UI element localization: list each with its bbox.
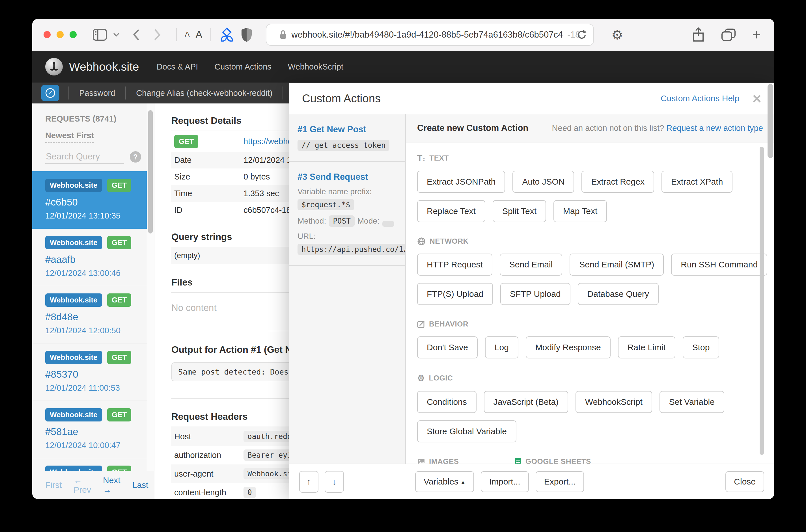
sidebar-toggle-icon[interactable] (92, 28, 107, 41)
change-alias-button[interactable]: Change Alias (check-webhook-reddit) (126, 89, 282, 98)
action-conditions[interactable]: Conditions (417, 391, 476, 413)
action-rate-limit[interactable]: Rate Limit (618, 336, 675, 358)
site-navbar: Webhook.site Docs & API Custom Actions W… (32, 51, 774, 82)
new-tab-icon[interactable]: + (752, 29, 761, 40)
minimize-window-button[interactable] (57, 31, 64, 38)
action-javascript-beta[interactable]: JavaScript (Beta) (484, 391, 568, 413)
close-icon[interactable]: × (752, 93, 761, 104)
request-list-item[interactable]: Webhook.site GET #581ae 12/01/2024 10:00… (32, 401, 154, 458)
chevron-down-icon[interactable] (113, 33, 119, 37)
action-split-text[interactable]: Split Text (493, 200, 546, 222)
nav-link-custom-actions[interactable]: Custom Actions (214, 62, 271, 72)
nav-link-docs-api[interactable]: Docs & API (157, 62, 198, 72)
tab-overview-icon[interactable] (721, 28, 736, 41)
request-list-item[interactable]: Webhook.site GET #c6b50 12/01/2024 13:10… (32, 171, 154, 229)
action-send-email-smtp[interactable]: Send Email (SMTP) (569, 253, 664, 276)
request-list-item[interactable]: Webhook.site GET #aaafb 12/01/2024 13:00… (32, 229, 154, 286)
action-dont-save[interactable]: Don't Save (417, 336, 478, 358)
action-title[interactable]: #3 Send Request (298, 172, 397, 182)
back-icon[interactable] (133, 28, 140, 41)
pagination-next[interactable]: Next → (103, 475, 120, 495)
action-log[interactable]: Log (485, 336, 519, 358)
request-id: #aaafb (45, 254, 141, 265)
action-send-email[interactable]: Send Email (500, 253, 562, 276)
search-input[interactable] (45, 150, 124, 164)
nav-link-webhookscript[interactable]: WebhookScript (288, 62, 343, 72)
detail-value: 0 bytes (244, 172, 270, 182)
request-list-item[interactable]: Webhook.site GET #85370 12/01/2024 11:00… (32, 343, 154, 401)
decrease-text-size-button[interactable]: A (185, 30, 190, 39)
create-action-title: Create new Custom Action (417, 123, 528, 133)
action-extract-xpath[interactable]: Extract XPath (661, 171, 732, 193)
request-badges: Webhook.site GET (45, 408, 141, 421)
close-modal-button[interactable]: Close (726, 471, 764, 492)
custom-actions-help-link[interactable]: Custom Actions Help (661, 94, 739, 103)
action-auto-json[interactable]: Auto JSON (512, 171, 574, 193)
import-button[interactable]: Import... (481, 471, 529, 492)
action-store-global-variable[interactable]: Store Global Variable (417, 420, 517, 442)
pagination-last[interactable]: Last (132, 480, 149, 490)
action-run-ssh-command[interactable]: Run SSH Command (671, 253, 767, 276)
method-badge: GET (107, 179, 131, 192)
header-label: authorization (174, 451, 244, 460)
action-webhookscript[interactable]: WebhookScript (576, 391, 652, 413)
action-map-text[interactable]: Map Text (554, 200, 607, 222)
request-action-link[interactable]: Request a new action type (666, 124, 763, 133)
action-modify-response[interactable]: Modify Response (526, 336, 611, 358)
brand-title[interactable]: Webhook.site (69, 60, 139, 74)
modal-title: Custom Actions (302, 92, 381, 105)
request-id: #8d48e (45, 311, 141, 323)
detail-label: Date (174, 155, 244, 165)
verified-toggle-button[interactable]: ✓ (41, 85, 59, 101)
modal-header: Custom Actions Custom Actions Help × (289, 83, 774, 114)
share-icon[interactable] (692, 27, 705, 43)
action-ftps-upload[interactable]: FTP(S) Upload (417, 283, 493, 305)
variables-dropdown-button[interactable]: Variables▲ (415, 471, 474, 492)
forward-icon[interactable] (153, 28, 161, 41)
content-blocker-extension-icon[interactable] (219, 27, 235, 43)
variables-label: Variables (424, 477, 458, 486)
section-label: TEXT (429, 154, 449, 163)
move-action-down-button[interactable]: ↓ (325, 471, 344, 493)
move-action-up-button[interactable]: ↑ (299, 471, 318, 493)
action-stop[interactable]: Stop (683, 336, 719, 358)
action-method-chip: POST (329, 215, 355, 227)
help-icon[interactable]: ? (130, 151, 141, 163)
privacy-shield-extension-icon[interactable] (240, 27, 253, 42)
action-extract-jsonpath[interactable]: Extract JSONPath (417, 171, 505, 193)
request-badges: Webhook.site GET (45, 293, 141, 307)
export-button[interactable]: Export... (536, 471, 584, 492)
pagination-prev[interactable]: ← Prev (74, 475, 91, 495)
action-mode-label: Mode: (357, 216, 379, 226)
webhook-site-logo-icon[interactable] (45, 58, 63, 75)
action-set-variable[interactable]: Set Variable (659, 391, 724, 413)
action-list-item[interactable]: #1 Get New Post // get access token (289, 114, 405, 162)
action-extract-regex[interactable]: Extract Regex (581, 171, 654, 193)
section-behavior: BEHAVIOR Don't Save Log Modify Response … (417, 320, 763, 358)
pagination-first[interactable]: First (45, 480, 62, 490)
action-http-request[interactable]: HTTP Request (417, 253, 492, 276)
fullscreen-window-button[interactable] (70, 31, 77, 38)
sidebar-scrollbar[interactable] (148, 110, 153, 233)
reload-icon[interactable] (576, 30, 587, 40)
action-database-query[interactable]: Database Query (578, 283, 659, 305)
action-replace-text[interactable]: Replace Text (417, 200, 485, 222)
increase-text-size-button[interactable]: A (195, 29, 203, 41)
caret-up-icon: ▲ (461, 479, 466, 485)
close-window-button[interactable] (43, 31, 51, 38)
password-button[interactable]: Password (69, 89, 125, 98)
modal-scrollbar[interactable] (760, 147, 764, 455)
request-list: Webhook.site GET #c6b50 12/01/2024 13:10… (32, 171, 154, 499)
edit-square-icon (417, 320, 425, 328)
action-sftp-upload[interactable]: SFTP Upload (500, 283, 570, 305)
gear-icon[interactable]: ⚙ (612, 27, 623, 42)
sidebar-header: REQUESTS (8741) Newest First ? (32, 103, 154, 171)
page-scrollbar[interactable] (768, 84, 773, 158)
toolbar-right-group: + (692, 27, 763, 43)
action-list-item[interactable]: #3 Send Request Variable name prefix: $r… (289, 162, 405, 266)
request-id: #c6b50 (45, 196, 141, 208)
action-title[interactable]: #1 Get New Post (298, 125, 397, 135)
address-bar[interactable]: webhook.site/#!/bab49480-1a9d-4120-88b5-… (266, 24, 594, 46)
request-list-item[interactable]: Webhook.site GET #8d48e 12/01/2024 12:00… (32, 286, 154, 343)
sort-order-dropdown[interactable]: Newest First (45, 131, 94, 143)
